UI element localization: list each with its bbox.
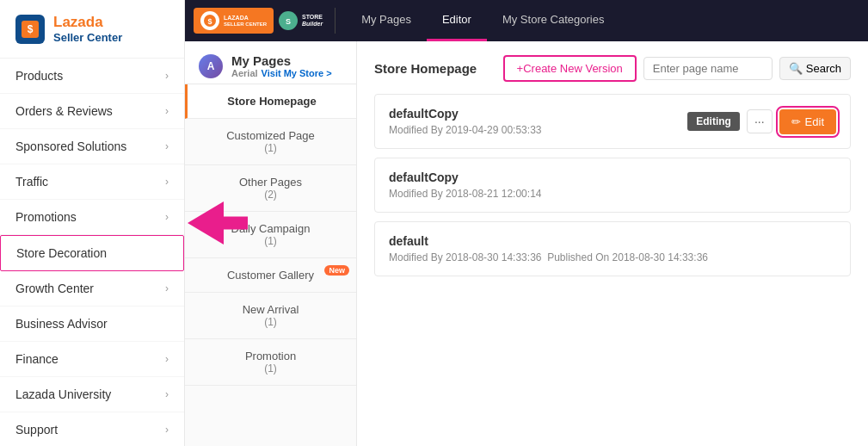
header-actions: +Create New Version 🔍 Search	[503, 55, 851, 82]
chevron-icon-growth-center: ›	[165, 282, 169, 294]
page-item-label-customized-page: Customized Page	[199, 129, 342, 142]
sidebar-item-label-lazada-university: Lazada University	[15, 387, 111, 401]
store-info: Aerial Visit My Store >	[231, 68, 332, 78]
chevron-icon-lazada-university: ›	[165, 388, 169, 400]
page-item-count-other-pages: (2)	[199, 189, 342, 201]
page-list-item-store-homepage[interactable]: Store Homepage	[185, 84, 356, 119]
sidebar-item-promotions[interactable]: Promotions ›	[0, 200, 184, 235]
sidebar-item-growth-center[interactable]: Growth Center ›	[0, 271, 184, 307]
version-published-label-v3: Published On	[547, 251, 609, 263]
chevron-icon-finance: ›	[165, 353, 169, 365]
logo-subtitle: Seller Center	[53, 31, 122, 44]
sidebar-item-label-business-advisor: Business Advisor	[15, 317, 108, 331]
store-label: STORE	[302, 14, 323, 21]
version-modified-date-v3: 2018-08-30 14:33:36	[446, 251, 541, 263]
sidebar-item-products[interactable]: Products ›	[0, 59, 184, 94]
top-nav-link-my-pages[interactable]: My Pages	[346, 0, 427, 41]
sidebar-item-orders-reviews[interactable]: Orders & Reviews ›	[0, 94, 184, 129]
page-item-label-store-homepage: Store Homepage	[201, 95, 342, 108]
store-avatar: A	[199, 54, 223, 78]
page-list-item-daily-campaign[interactable]: Daily Campaign(1)	[185, 212, 356, 258]
search-button[interactable]: 🔍 Search	[779, 57, 851, 80]
version-published-date-v3: 2018-08-30 14:33:36	[613, 251, 708, 263]
search-label: Search	[806, 62, 841, 75]
sidebar: $ Lazada Seller Center Products › Orders…	[0, 0, 185, 446]
search-icon: 🔍	[789, 62, 803, 75]
sidebar-item-finance[interactable]: Finance ›	[0, 342, 184, 377]
header-text: My Pages Aerial Visit My Store >	[231, 53, 332, 78]
sidebar-logo: $ Lazada Seller Center	[0, 0, 184, 59]
section-title: Store Homepage	[374, 61, 477, 76]
store-name: Aerial	[231, 68, 258, 78]
page-list-item-customized-page[interactable]: Customized Page(1)	[185, 119, 356, 165]
page-item-label-promotion: Promotion	[199, 350, 342, 362]
chevron-icon-support: ›	[165, 424, 169, 436]
content-panel: Store Homepage +Create New Version 🔍 Sea…	[357, 41, 868, 446]
sidebar-nav: Products › Orders & Reviews › Sponsored …	[0, 59, 184, 446]
top-nav-link-editor[interactable]: Editor	[427, 0, 487, 41]
page-area: A My Pages Aerial Visit My Store > Store…	[185, 41, 868, 446]
svg-text:$: $	[28, 23, 34, 35]
lazada-label: LAZADA	[224, 15, 267, 22]
sidebar-item-label-growth-center: Growth Center	[15, 282, 94, 295]
page-list-item-other-pages[interactable]: Other Pages(2)	[185, 165, 356, 212]
version-modified-label-v3: Modified By	[389, 251, 443, 263]
sidebar-item-label-traffic: Traffic	[15, 175, 48, 189]
version-meta-v3: Modified By 2018-08-30 14:33:36 Publishe…	[389, 251, 708, 263]
version-actions-v1: Editing···✏Edit	[687, 109, 836, 134]
page-list-item-new-arrival[interactable]: New Arrival(1)	[185, 293, 356, 339]
top-nav-links: My PagesEditorMy Store Categories	[346, 0, 619, 41]
create-new-version-button[interactable]: +Create New Version	[503, 55, 637, 82]
page-item-count-customized-page: (1)	[199, 142, 342, 154]
sidebar-item-business-advisor[interactable]: Business Advisor	[0, 307, 184, 342]
svg-text:S: S	[286, 17, 291, 26]
lazada-logo-icon: $	[15, 15, 45, 44]
top-nav-link-my-store-categories[interactable]: My Store Categories	[487, 0, 620, 41]
sidebar-item-traffic[interactable]: Traffic ›	[0, 164, 184, 200]
version-card-v2: defaultCopy Modified By 2018-08-21 12:00…	[374, 158, 851, 213]
sidebar-item-sponsored-solutions[interactable]: Sponsored Solutions ›	[0, 129, 184, 164]
edit-label-v1: Edit	[805, 115, 824, 128]
version-modified-label-v2: Modified By	[389, 188, 443, 200]
top-nav-brand: $ LAZADA SELLER CENTER S STORE Builder	[185, 8, 331, 34]
page-item-label-daily-campaign: Daily Campaign	[199, 222, 342, 235]
sidebar-item-label-orders-reviews: Orders & Reviews	[15, 104, 113, 118]
page-list-item-customer-gallery[interactable]: Customer GalleryNew	[185, 258, 356, 293]
main-content: $ LAZADA SELLER CENTER S STORE Builder M	[185, 0, 868, 446]
version-meta-v1: Modified By 2019-04-29 00:53:33	[389, 124, 541, 136]
seller-center-label: SELLER CENTER	[224, 22, 267, 28]
page-item-count-daily-campaign: (1)	[199, 235, 342, 247]
sidebar-item-support[interactable]: Support ›	[0, 412, 184, 446]
edit-icon-v1: ✏	[791, 115, 801, 128]
sidebar-item-label-sponsored-solutions: Sponsored Solutions	[15, 139, 126, 153]
edit-button-v1[interactable]: ✏Edit	[779, 109, 836, 134]
version-modified-date-v2: 2018-08-21 12:00:14	[446, 188, 541, 200]
version-modified-label-v1: Modified By	[389, 124, 443, 136]
sidebar-item-label-promotions: Promotions	[15, 210, 77, 224]
page-list-header: A My Pages Aerial Visit My Store >	[185, 41, 356, 84]
search-input[interactable]	[643, 57, 773, 80]
lazada-brand-icon: $	[200, 11, 219, 30]
logo-text: Lazada Seller Center	[53, 14, 122, 44]
editing-badge-v1: Editing	[687, 112, 740, 131]
store-builder-text: STORE Builder	[302, 14, 323, 27]
nav-divider	[335, 8, 336, 34]
page-list-item-promotion[interactable]: Promotion(1)	[185, 339, 356, 386]
builder-label: Builder	[302, 21, 323, 28]
page-item-label-new-arrival: New Arrival	[199, 303, 342, 316]
version-name-v2: defaultCopy	[389, 170, 541, 184]
chevron-icon-traffic: ›	[165, 176, 169, 188]
new-badge-customer-gallery: New	[324, 265, 349, 276]
more-button-v1[interactable]: ···	[747, 109, 773, 133]
store-builder-brand: S STORE Builder	[279, 11, 323, 30]
visit-store-link[interactable]: Visit My Store >	[262, 68, 332, 78]
svg-text:$: $	[207, 17, 212, 26]
store-builder-icon: S	[279, 11, 298, 30]
sidebar-item-lazada-university[interactable]: Lazada University ›	[0, 377, 184, 412]
version-meta-v2: Modified By 2018-08-21 12:00:14	[389, 188, 541, 200]
version-name-v1: defaultCopy	[389, 107, 541, 121]
page-list-panel: A My Pages Aerial Visit My Store > Store…	[185, 41, 357, 446]
sidebar-item-store-decoration[interactable]: Store Decoration	[0, 235, 184, 271]
page-item-count-promotion: (1)	[199, 362, 342, 375]
lazada-brand-text: LAZADA SELLER CENTER	[224, 15, 267, 27]
